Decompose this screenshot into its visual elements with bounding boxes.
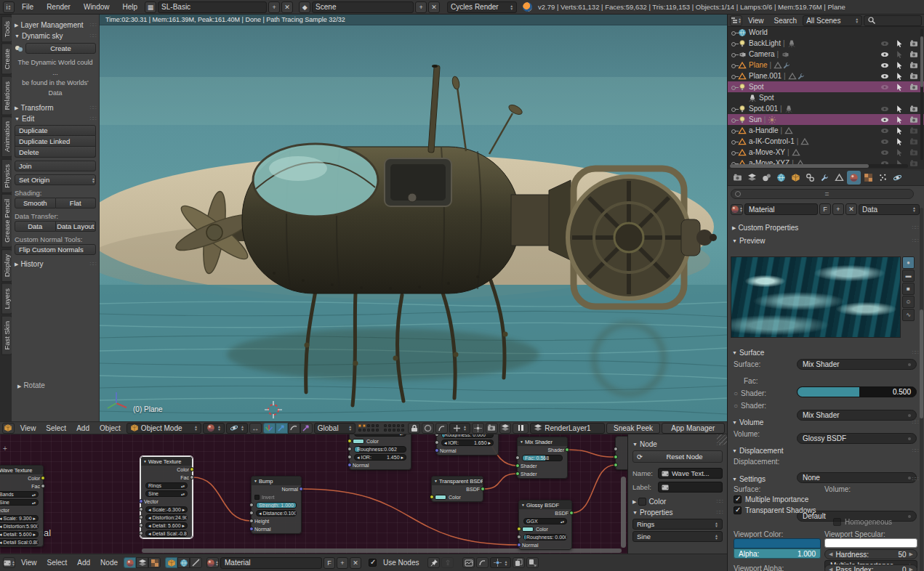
node-select-menu[interactable]: Select <box>43 559 72 567</box>
data-transfer-layout-button[interactable]: Data Layout <box>56 221 97 232</box>
toggle-visibility-icon[interactable] <box>880 148 889 157</box>
toggle-selectability-icon[interactable] <box>895 116 904 124</box>
shader-context-object-icon[interactable] <box>165 557 177 568</box>
panel-node[interactable]: ▼Node∷∷ <box>632 440 723 448</box>
menu-help[interactable]: Help <box>117 0 144 15</box>
outliner-scope-selector[interactable]: All Scenes▲ ▼ <box>803 15 862 26</box>
properties-tab-render[interactable] <box>731 171 744 185</box>
shelf-tab-layers[interactable]: Layers <box>1 283 12 315</box>
node-glossy-bsdf[interactable]: ▼Glossy BSDFBSDFGGX▴▾ColorRoughness: 0.0… <box>518 500 572 550</box>
toggle-selectability-icon[interactable] <box>895 126 904 135</box>
socket-gray[interactable] <box>347 447 352 451</box>
viewport-specular-swatch[interactable] <box>824 538 917 548</box>
node-row-ggx[interactable]: GGX▴▾ <box>519 517 571 525</box>
toggle-renderability-icon[interactable] <box>909 50 918 59</box>
socket-gray[interactable] <box>517 535 521 539</box>
layer-grid-1[interactable] <box>358 424 379 432</box>
node-row-color[interactable]: Color <box>519 525 571 533</box>
viewport-3d[interactable] <box>100 15 727 421</box>
data-link-selector[interactable]: Data▲ ▼ <box>859 204 920 215</box>
snap-curve-icon[interactable] <box>435 423 448 434</box>
node-fake-user-button[interactable]: F <box>324 557 335 569</box>
layer-dot[interactable] <box>358 424 361 427</box>
shade-smooth-button[interactable]: Smooth <box>15 198 56 208</box>
preview-cube-button[interactable]: ■ <box>902 283 915 295</box>
properties-tab-material[interactable] <box>847 171 861 185</box>
copy-node-icon[interactable] <box>513 557 525 568</box>
editor-type-info-icon[interactable]: i▲ ▼ <box>3 1 15 13</box>
toggle-renderability-icon[interactable] <box>909 116 918 124</box>
data-transfer-data-button[interactable]: Data <box>15 221 56 232</box>
layer-dot[interactable] <box>401 424 404 427</box>
shader-type-compositing-icon[interactable] <box>136 557 148 568</box>
delete-button[interactable]: Delete <box>15 147 96 158</box>
outliner-item-world[interactable]: World <box>728 27 924 38</box>
shelf-tab-display[interactable]: Display <box>1 249 12 282</box>
layer-dot[interactable] <box>401 429 404 432</box>
panel-transform[interactable]: ▶Transform∷∷ <box>15 104 96 112</box>
render-engine-selector[interactable]: Cycles Render▲ ▼ <box>447 1 517 13</box>
panel-settings[interactable]: ▼Settings∷∷ <box>732 475 918 483</box>
homogeneous-checkbox[interactable]: Homogeneous <box>833 518 892 526</box>
socket-green[interactable] <box>481 487 485 491</box>
toggle-selectability-icon[interactable] <box>895 72 904 81</box>
node-row-distortion-[interactable]: ◂ Distortion:24.900 ▸ <box>141 514 192 522</box>
node-refraction-bsdf-partial[interactable]: Roughness: 0.000◂ IOR:1.650 ▸Normal <box>436 434 499 455</box>
create-sky-button[interactable]: Create <box>25 43 96 54</box>
add-menu[interactable]: Add <box>72 424 94 432</box>
socket-blue[interactable] <box>299 487 303 491</box>
socket-gray[interactable] <box>515 455 520 460</box>
node-row-scale-[interactable]: ◂ Scale:-6.300 ▸ <box>141 506 192 514</box>
outliner-item-sun[interactable]: Sun| <box>728 114 924 125</box>
toggle-visibility-icon[interactable] <box>880 83 889 92</box>
node-unlink-material-button[interactable]: ✕ <box>350 557 361 569</box>
resize-grip-icon[interactable] <box>717 434 727 445</box>
pin-icon[interactable] <box>427 557 440 568</box>
editor-type-outliner-icon[interactable]: ▲ ▼ <box>730 15 742 26</box>
shelf-tab-animation[interactable]: Animation <box>1 116 12 157</box>
toggle-visibility-icon[interactable] <box>880 50 889 59</box>
socket-gray[interactable] <box>435 440 439 445</box>
toggle-visibility-icon[interactable] <box>880 72 889 81</box>
viewport-alpha-slider[interactable]: Alpha:1.000 <box>734 548 821 559</box>
redo-panel-label[interactable]: ▶Rotate <box>17 381 45 389</box>
hardness-field[interactable]: ◀Hardness:50▶ <box>824 549 917 559</box>
shelf-tab-physics[interactable]: Physics <box>1 159 12 193</box>
sneak-peek-button[interactable]: Sneak Peek <box>606 423 659 434</box>
toggle-renderability-icon[interactable] <box>909 105 918 113</box>
close-scene-button[interactable]: ✕ <box>428 1 440 13</box>
socket-gray[interactable] <box>614 447 618 451</box>
backdrop-icon[interactable] <box>462 557 475 568</box>
menu-window[interactable]: Window <box>78 0 116 15</box>
layer-dot[interactable] <box>397 429 400 432</box>
toggle-selectability-icon[interactable] <box>895 137 904 146</box>
surface-shader-dropdown[interactable]: Mix Shader <box>797 359 917 370</box>
paste-node-icon[interactable] <box>526 557 539 568</box>
reset-node-button[interactable]: ⟳Reset Node <box>632 450 723 463</box>
shelf-tab-relations[interactable]: Relations <box>1 76 12 116</box>
screen-layout-selector[interactable]: SL-Basic <box>158 1 267 13</box>
viewport-color-swatch[interactable] <box>734 538 821 548</box>
node-row-rings[interactable]: Rings▴▾ <box>141 482 192 490</box>
manipulator-rotate-icon[interactable] <box>288 423 300 434</box>
layer-dot[interactable] <box>376 424 379 427</box>
node-node-menu[interactable]: Node <box>96 559 122 567</box>
transparent-shadows-checkbox[interactable]: Transparent Shadows <box>734 506 816 514</box>
socket-gray[interactable] <box>249 519 254 523</box>
socket-gray[interactable] <box>347 455 352 459</box>
toggle-selectability-icon[interactable] <box>895 61 904 70</box>
add-layout-button[interactable]: + <box>268 1 280 13</box>
snap-target-icon[interactable] <box>472 423 484 434</box>
node-row-ior-[interactable]: ◂ IOR:1.450 ▸ <box>350 453 411 461</box>
pivot-align-icon[interactable]: ↔ <box>249 423 262 434</box>
panel-displacement[interactable]: ▼Displacement∷∷ <box>732 447 918 455</box>
outliner-item-spot[interactable]: Spot <box>728 81 924 92</box>
toggle-renderability-icon[interactable] <box>909 137 918 146</box>
socket-gray[interactable] <box>139 531 143 535</box>
manipulator-scale-icon[interactable] <box>300 423 313 434</box>
outliner-item-plane-001[interactable]: Plane.001| <box>728 70 924 81</box>
socket-yellow[interactable] <box>190 467 194 471</box>
layer-dot[interactable] <box>363 429 366 432</box>
layer-dot[interactable] <box>393 429 395 432</box>
node-name-field[interactable]: Wave Text... <box>658 468 723 479</box>
